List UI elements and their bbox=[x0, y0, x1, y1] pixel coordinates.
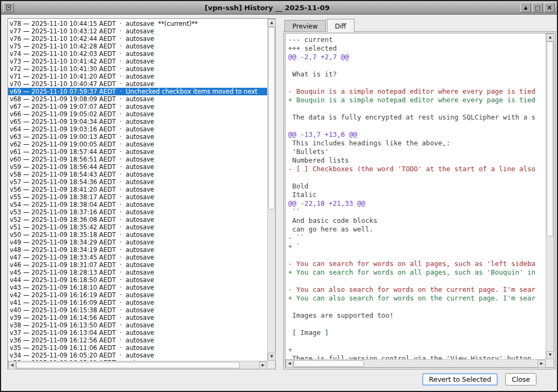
preview-diff-panel: Preview Diff --- current+++ selected@@ -… bbox=[283, 18, 556, 369]
list-item[interactable]: v45 — 2025-11-09 18:28:13 AEDT · autosav… bbox=[8, 269, 267, 276]
diff-hscroll-track[interactable] bbox=[294, 360, 538, 367]
history-list[interactable]: v78 — 2025-11-10 10:44:15 AEDT · autosav… bbox=[8, 19, 267, 361]
list-item[interactable]: v51 — 2025-11-09 18:35:42 AEDT · autosav… bbox=[8, 223, 267, 231]
list-item[interactable]: v55 — 2025-11-09 18:38:17 AEDT · autosav… bbox=[8, 193, 267, 201]
list-item[interactable]: v38 — 2025-11-09 16:13:50 AEDT · autosav… bbox=[8, 321, 267, 329]
window-menu-button[interactable]: ▾ bbox=[3, 3, 14, 12]
list-item[interactable]: v73 — 2025-11-10 10:41:42 AEDT · autosav… bbox=[8, 58, 267, 65]
history-vscroll-thumb[interactable] bbox=[268, 27, 275, 209]
diff-vscroll-track[interactable] bbox=[546, 41, 554, 351]
list-item[interactable]: v42 — 2025-11-09 16:16:19 AEDT · autosav… bbox=[8, 291, 267, 299]
list-item[interactable]: v37 — 2025-11-09 16:13:04 AEDT · autosav… bbox=[8, 329, 267, 337]
diff-horizontal-scrollbar[interactable]: ◀ ▶ bbox=[285, 359, 546, 367]
diff-line bbox=[288, 320, 546, 328]
list-item[interactable]: v35 — 2025-11-09 16:11:06 AEDT · autosav… bbox=[8, 344, 267, 352]
titlebar[interactable]: ▾ [vpn-ssh] History __ 2025-11-09 ▲ □ × bbox=[1, 1, 557, 15]
diff-line: + You can search for words on all pages,… bbox=[288, 268, 546, 277]
list-item[interactable]: v62 — 2025-11-09 19:00:05 AEDT · autosav… bbox=[8, 141, 267, 148]
scroll-up-icon: ▲ bbox=[270, 21, 273, 25]
scroll-right-button[interactable]: ▶ bbox=[538, 360, 546, 368]
list-item[interactable]: v77 — 2025-11-10 10:43:12 AEDT · autosav… bbox=[8, 27, 267, 35]
list-item[interactable]: v59 — 2025-11-09 18:56:44 AEDT · autosav… bbox=[8, 163, 267, 171]
diff-line: The data is fully encrypted at rest usin… bbox=[288, 113, 546, 122]
diff-line: `` bbox=[288, 208, 546, 216]
list-item[interactable]: v41 — 2025-11-09 16:16:09 AEDT · autosav… bbox=[8, 299, 267, 306]
list-item[interactable]: v39 — 2025-11-09 16:14:56 AEDT · autosav… bbox=[8, 314, 267, 321]
minimize-icon: ▲ bbox=[524, 5, 528, 10]
list-item[interactable]: v52 — 2025-11-09 18:36:08 AEDT · autosav… bbox=[8, 216, 267, 223]
list-item[interactable]: v70 — 2025-11-10 10:40:47 AEDT · autosav… bbox=[8, 80, 267, 88]
tab-diff[interactable]: Diff bbox=[327, 19, 354, 32]
list-item[interactable]: v57 — 2025-11-09 18:54:36 AEDT · autosav… bbox=[8, 178, 267, 186]
list-item[interactable]: v34 — 2025-11-09 16:05:20 AEDT · autosav… bbox=[8, 352, 267, 359]
list-item[interactable]: v67 — 2025-11-09 19:07:07 AEDT · autosav… bbox=[8, 103, 267, 110]
scroll-up-button[interactable]: ▲ bbox=[268, 19, 276, 27]
diff-vertical-scrollbar[interactable]: ▲ ▼ bbox=[546, 33, 554, 359]
list-item[interactable]: v69 — 2025-11-10 07:59:37 AEDT · Uncheck… bbox=[8, 88, 267, 95]
diff-line: + Bouquin is a simple notepad editor whe… bbox=[288, 96, 546, 104]
list-item[interactable]: v66 — 2025-11-09 19:05:02 AEDT · autosav… bbox=[8, 110, 267, 118]
diff-line: [ Image ] bbox=[288, 328, 546, 337]
list-item[interactable]: v68 — 2025-11-09 19:08:09 AEDT · autosav… bbox=[8, 95, 267, 103]
history-hscroll-track[interactable] bbox=[16, 361, 259, 369]
list-item[interactable]: v74 — 2025-11-10 10:42:03 AEDT · autosav… bbox=[8, 50, 267, 58]
maximize-button[interactable]: □ bbox=[532, 3, 543, 12]
list-item[interactable]: v75 — 2025-11-10 10:42:28 AEDT · autosav… bbox=[8, 43, 267, 50]
tab-preview[interactable]: Preview bbox=[284, 20, 326, 31]
list-item[interactable]: v48 — 2025-11-09 18:34:19 AEDT · autosav… bbox=[8, 246, 267, 254]
scroll-right-button[interactable]: ▶ bbox=[259, 361, 267, 369]
history-vscroll-track[interactable] bbox=[268, 27, 275, 353]
diff-line: + ` bbox=[288, 242, 546, 251]
list-item[interactable]: v71 — 2025-11-10 10:41:20 AEDT · autosav… bbox=[8, 73, 267, 80]
diff-line: - `` bbox=[288, 234, 546, 242]
close-window-button[interactable]: × bbox=[544, 3, 555, 12]
list-item[interactable]: v43 — 2025-11-09 16:18:10 AEDT · autosav… bbox=[8, 284, 267, 291]
list-item[interactable]: v63 — 2025-11-09 19:00:13 AEDT · autosav… bbox=[8, 133, 267, 141]
diff-hscroll-thumb[interactable] bbox=[294, 360, 364, 367]
scroll-down-button[interactable]: ▼ bbox=[546, 351, 554, 359]
diff-line bbox=[288, 79, 546, 87]
diff-line bbox=[288, 303, 546, 311]
list-item[interactable]: v36 — 2025-11-09 16:12:56 AEDT · autosav… bbox=[8, 337, 267, 344]
diff-line: --- current bbox=[288, 36, 546, 44]
diff-content[interactable]: --- current+++ selected@@ -2,7 +2,7 @@ W… bbox=[285, 33, 546, 359]
window-title: [vpn-ssh] History __ 2025-11-09 bbox=[16, 4, 519, 12]
list-item[interactable]: v72 — 2025-11-10 10:41:30 AEDT · autosav… bbox=[8, 65, 267, 73]
list-item[interactable]: v40 — 2025-11-09 16:15:38 AEDT · autosav… bbox=[8, 306, 267, 314]
list-item[interactable]: v64 — 2025-11-09 19:03:16 AEDT · autosav… bbox=[8, 125, 267, 133]
diff-line: Italic bbox=[288, 191, 546, 199]
diff-line: can go here as well. bbox=[288, 225, 546, 234]
list-item[interactable]: v61 — 2025-11-09 18:57:44 AEDT · autosav… bbox=[8, 148, 267, 156]
list-item[interactable]: v49 — 2025-11-09 18:34:29 AEDT · autosav… bbox=[8, 239, 267, 246]
list-item[interactable]: v54 — 2025-11-09 18:38:04 AEDT · autosav… bbox=[8, 201, 267, 208]
scroll-left-icon: ◀ bbox=[288, 362, 291, 366]
list-item[interactable]: v56 — 2025-11-09 18:41:20 AEDT · autosav… bbox=[8, 186, 267, 193]
diff-line bbox=[288, 337, 546, 346]
scroll-left-button[interactable]: ◀ bbox=[8, 361, 16, 369]
list-item[interactable]: v58 — 2025-11-09 18:54:43 AEDT · autosav… bbox=[8, 171, 267, 178]
list-item[interactable]: v46 — 2025-11-09 18:31:07 AEDT · autosav… bbox=[8, 261, 267, 269]
list-item[interactable]: v65 — 2025-11-09 19:04:34 AEDT · autosav… bbox=[8, 118, 267, 125]
list-item[interactable]: v76 — 2025-11-10 10:42:44 AEDT · autosav… bbox=[8, 35, 267, 43]
diff-line bbox=[288, 173, 546, 182]
minimize-button[interactable]: ▲ bbox=[520, 3, 531, 12]
diff-vscroll-thumb[interactable] bbox=[547, 41, 553, 236]
close-button[interactable]: Close bbox=[505, 373, 536, 386]
revert-to-selected-button[interactable]: Revert to Selected bbox=[422, 373, 498, 386]
diff-line bbox=[288, 251, 546, 260]
list-item[interactable]: v53 — 2025-11-09 18:37:16 AEDT · autosav… bbox=[8, 208, 267, 216]
history-vertical-scrollbar[interactable]: ▲ ▼ bbox=[267, 19, 275, 361]
list-item[interactable]: v60 — 2025-11-09 18:56:51 AEDT · autosav… bbox=[8, 156, 267, 163]
list-item[interactable]: v50 — 2025-11-09 18:35:18 AEDT · autosav… bbox=[8, 231, 267, 239]
scroll-down-button[interactable]: ▼ bbox=[268, 353, 276, 361]
scroll-left-button[interactable]: ◀ bbox=[285, 360, 294, 368]
history-hscroll-thumb[interactable] bbox=[16, 362, 240, 368]
list-item[interactable]: v44 — 2025-11-09 16:18:50 AEDT · autosav… bbox=[8, 276, 267, 284]
history-horizontal-scrollbar[interactable]: ◀ ▶ bbox=[8, 361, 267, 369]
list-item[interactable]: v47 — 2025-11-09 18:33:45 AEDT · autosav… bbox=[8, 254, 267, 261]
diff-line bbox=[288, 104, 546, 113]
list-item[interactable]: v78 — 2025-11-10 10:44:15 AEDT · autosav… bbox=[8, 20, 267, 27]
diff-line bbox=[288, 122, 546, 130]
diff-line: Bold bbox=[288, 182, 546, 191]
scroll-up-button[interactable]: ▲ bbox=[546, 33, 554, 41]
